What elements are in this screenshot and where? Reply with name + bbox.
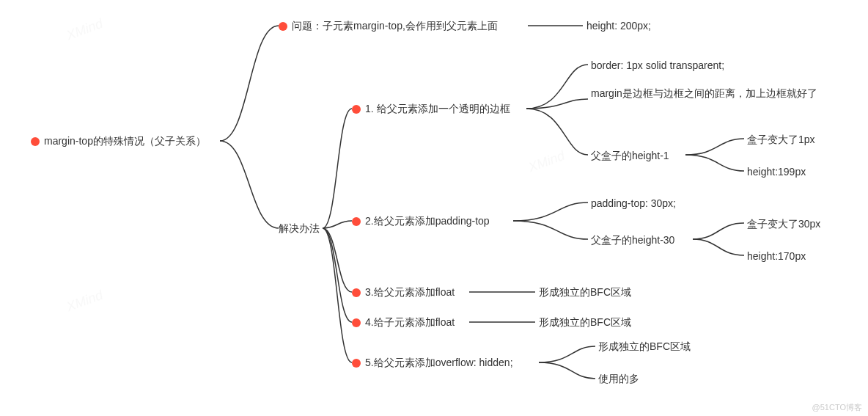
solution-5[interactable]: 5.给父元素添加overflow: hidden; [352,356,513,371]
solution-1-leaf-2[interactable]: height:199px [747,165,806,180]
solution-2-leaf-1[interactable]: 盒子变大了30px [747,217,820,232]
problem-label: 问题：子元素margin-top,会作用到父元素上面 [292,19,498,34]
bullet-icon [352,217,361,226]
solution-2-child-1[interactable]: padding-top: 30px; [591,197,676,211]
bullet-icon [352,105,361,114]
solution-3[interactable]: 3.给父元素添加float [352,285,455,300]
solution-2-leaf-2[interactable]: height:170px [747,249,806,264]
watermark: XMind [526,148,567,175]
connectors [0,0,868,416]
solution-1-child-1[interactable]: border: 1px solid transparent; [591,59,724,73]
problem-detail[interactable]: height: 200px; [586,19,651,34]
solution-5-child-2[interactable]: 使用的多 [598,372,639,387]
watermark: XMind [65,288,105,315]
root-node[interactable]: margin-top的特殊情况（父子关系） [31,134,206,149]
mindmap-canvas: XMind XMind XMind margin-top的特殊情况（父子关系） … [0,0,868,416]
bullet-icon [279,22,287,31]
solution-1-child-3[interactable]: 父盒子的height-1 [591,149,669,164]
solution-1-child-2[interactable]: margin是边框与边框之间的距离，加上边框就好了 [591,87,840,101]
solution-5-child-1[interactable]: 形成独立的BFC区域 [598,340,691,354]
watermark: XMind [65,16,105,43]
solution-2-child-2[interactable]: 父盒子的height-30 [591,233,674,248]
solutions-node[interactable]: 解决办法 [279,222,320,236]
problem-node[interactable]: 问题：子元素margin-top,会作用到父元素上面 [279,19,498,34]
footer-text: @51CTO博客 [812,402,862,413]
solution-2[interactable]: 2.给父元素添加padding-top [352,214,490,229]
solution-4-child[interactable]: 形成独立的BFC区域 [539,315,631,330]
solution-4[interactable]: 4.给子元素添加float [352,315,455,330]
root-label: margin-top的特殊情况（父子关系） [44,134,206,149]
solution-3-child[interactable]: 形成独立的BFC区域 [539,285,631,300]
solution-1-leaf-1[interactable]: 盒子变大了1px [747,133,815,147]
solution-1[interactable]: 1. 给父元素添加一个透明的边框 [352,102,510,117]
bullet-icon [352,318,361,327]
bullet-icon [352,288,361,297]
bullet-icon [352,359,361,368]
bullet-icon [31,137,40,146]
